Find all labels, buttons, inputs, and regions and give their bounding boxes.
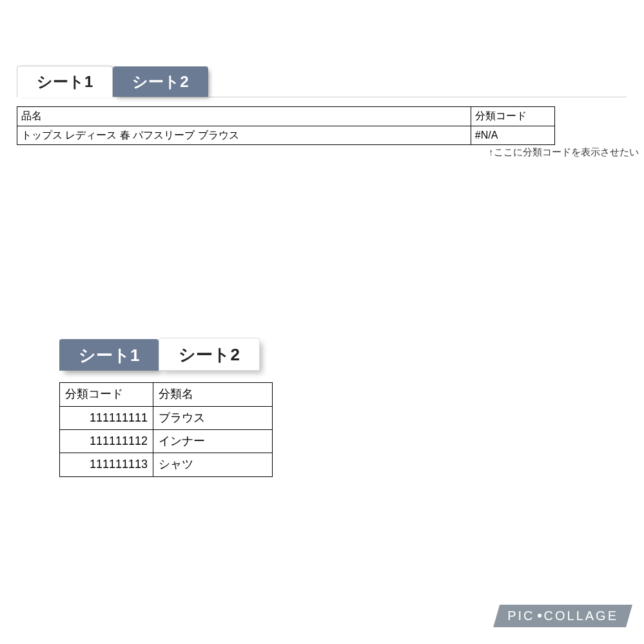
cell-name[interactable]: ブラウス xyxy=(153,406,273,429)
header-category-code: 分類コード xyxy=(471,106,554,126)
watermark-pic-collage: PICCOLLAGE xyxy=(493,605,632,627)
table-row: 111111113 シャツ xyxy=(60,453,273,476)
tab-sheet2[interactable]: シート2 xyxy=(159,338,259,371)
tab-sheet1[interactable]: シート1 xyxy=(17,66,113,97)
table-header-row: 分類コード 分類名 xyxy=(60,383,273,406)
table-row: 111111111 ブラウス xyxy=(60,406,273,429)
watermark-text-right: COLLAGE xyxy=(544,609,618,623)
header-category-code: 分類コード xyxy=(60,383,153,406)
top-panel: シート1 シート2 品名 分類コード トップス レディース 春 パフスリーブ ブ… xyxy=(17,66,627,159)
watermark-text-left: PIC xyxy=(507,609,534,623)
header-product-name: 品名 xyxy=(17,106,471,126)
tab-sheet2[interactable]: シート2 xyxy=(113,66,208,97)
top-table: 品名 分類コード トップス レディース 春 パフスリーブ ブラウス #N/A xyxy=(17,106,555,146)
cell-name[interactable]: シャツ xyxy=(153,453,273,476)
table-header-row: 品名 分類コード xyxy=(17,106,555,126)
bottom-tab-row: シート1 シート2 xyxy=(59,338,330,371)
annotation-note: ↑ここに分類コードを表示させたい xyxy=(489,146,627,159)
top-tab-row: シート1 シート2 xyxy=(17,66,627,97)
table-row: 111111112 インナー xyxy=(60,429,273,453)
table-row: トップス レディース 春 パフスリーブ ブラウス #N/A xyxy=(17,126,555,145)
cell-code[interactable]: 111111112 xyxy=(60,429,153,453)
dot-icon xyxy=(538,614,542,618)
header-category-name: 分類名 xyxy=(153,383,273,406)
cell-code[interactable]: 111111113 xyxy=(60,453,153,476)
cell-category-code[interactable]: #N/A xyxy=(471,126,554,145)
bottom-table: 分類コード 分類名 111111111 ブラウス 111111112 インナー … xyxy=(59,382,273,477)
cell-code[interactable]: 111111111 xyxy=(60,406,153,429)
tab-sheet1[interactable]: シート1 xyxy=(59,339,159,371)
bottom-panel: シート1 シート2 分類コード 分類名 111111111 ブラウス 11111… xyxy=(59,338,330,477)
cell-name[interactable]: インナー xyxy=(153,429,273,453)
cell-product-name[interactable]: トップス レディース 春 パフスリーブ ブラウス xyxy=(17,126,471,145)
